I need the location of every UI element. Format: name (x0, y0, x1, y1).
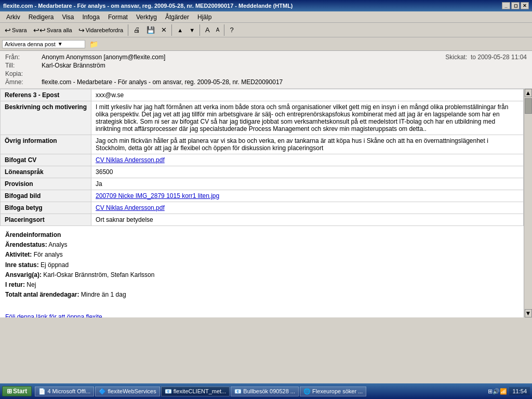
toolbar: ↩ Svara ↩↩ Svara alla ↪ Vidarebefordra 🖨… (0, 23, 532, 37)
separator-1 (128, 24, 129, 36)
restore-button[interactable]: ◻ (511, 2, 520, 9)
help-icon: ? (230, 26, 233, 34)
arende-section: Ärendeinformation Ärendestatus: Analys A… (0, 226, 524, 317)
subject-value: flexite.com - Medarbetare - För analys -… (42, 78, 527, 86)
arende-title: Ärendeinformation (5, 230, 518, 240)
email-body-scroll[interactable]: Referens 3 - Epostxxx@w.seBeskrivning oc… (0, 89, 524, 317)
arende-iretur-row: I retur: Nej (5, 280, 518, 290)
sent-label: Skickat: (445, 54, 467, 61)
field-label: Övrig information (1, 135, 91, 154)
delete-button[interactable]: ✕ (158, 24, 169, 35)
cc-row: Kopia: (5, 70, 527, 78)
arende-aktivitet-row: Aktivitet: För analys (5, 250, 518, 260)
svara-alla-icon: ↩↩ (33, 26, 46, 34)
dropdown-arrow-icon: ▼ (58, 41, 63, 47)
scroll-thumb[interactable] (525, 98, 532, 114)
folder-icon: 📁 (89, 40, 98, 48)
menu-bar: Arkiv Redigera Visa Infoga Format Verkty… (0, 11, 532, 23)
field-label: Placeringsort (1, 214, 91, 226)
field-value: Jag och min flickvän håller på att plane… (91, 135, 524, 154)
menu-atgärder[interactable]: Åtgärder (161, 12, 193, 22)
arende-inre-row: Inre status: Ej öppnad (5, 260, 518, 270)
window-title: flexite.com - Medarbetare - För analys -… (3, 3, 293, 9)
table-row: Bifogad bild200709 Nicke IMG_2879 1015 k… (1, 190, 524, 202)
field-label: Bifogat CV (1, 154, 91, 166)
field-label: Löneanspråk (1, 166, 91, 178)
field-label: Bifoga betyg (1, 202, 91, 214)
scroll-down-button[interactable]: ▼ (525, 309, 532, 317)
arende-totalt-row: Totalt antal ärendedagar: Mindre än 1 da… (5, 290, 518, 300)
help-button[interactable]: ? (227, 24, 236, 35)
table-row: PlaceringsortOrt saknar betydelse (1, 214, 524, 226)
table-row: Löneanspråk36500 (1, 166, 524, 178)
menu-arkiv[interactable]: Arkiv (2, 12, 24, 22)
table-row: Beskrivning och motiveringI mitt yrkesli… (1, 101, 524, 135)
email-header: Från: Anonym Anonymsson [anonym@flexite.… (0, 51, 532, 89)
scroll-up-button[interactable]: ▲ (525, 89, 532, 97)
menu-format[interactable]: Format (104, 12, 132, 22)
font-size-icon: A (205, 26, 210, 34)
sent-info: Skickat: to 2009-05-28 11:04 (445, 54, 527, 61)
close-button[interactable]: ✕ (521, 2, 529, 9)
email-body: Referens 3 - Epostxxx@w.seBeskrivning oc… (0, 89, 524, 317)
field-link[interactable]: CV Niklas Andersson.pdf (96, 156, 165, 164)
field-label: Referens 3 - Epost (1, 89, 91, 101)
sent-value: to 2009-05-28 11:04 (471, 54, 527, 61)
field-label: Provision (1, 178, 91, 190)
info-table: Referens 3 - Epostxxx@w.seBeskrivning oc… (0, 89, 524, 226)
field-link[interactable]: CV Niklas Andersson.pdf (96, 204, 165, 211)
table-row: Bifoga betygCV Niklas Andersson.pdf (1, 202, 524, 214)
table-row: Referens 3 - Epostxxx@w.se (1, 89, 524, 101)
save-icon: 💾 (147, 26, 155, 34)
font-size-button[interactable]: A (203, 24, 212, 35)
print-button[interactable]: 🖨 (131, 24, 143, 35)
menu-infoga[interactable]: Infoga (78, 12, 104, 22)
save-button[interactable]: 💾 (144, 24, 157, 35)
menu-redigera[interactable]: Redigera (24, 12, 58, 22)
scroll-track[interactable]: ▲ ▼ (524, 89, 532, 317)
separator-2 (171, 24, 172, 36)
subject-label: Ämne: (5, 78, 42, 86)
title-bar: flexite.com - Medarbetare - För analys -… (0, 0, 532, 11)
window-controls: _ ◻ ✕ (502, 2, 529, 9)
menu-hjälp[interactable]: Hjälp (193, 12, 216, 22)
down-icon: ▼ (189, 27, 195, 33)
table-row: Övrig informationJag och min flickvän hå… (1, 135, 524, 154)
move-down-button[interactable]: ▼ (187, 25, 197, 35)
separator-3 (200, 24, 201, 36)
move-up-button[interactable]: ▲ (175, 25, 185, 35)
email-body-container: Referens 3 - Epostxxx@w.seBeskrivning oc… (0, 89, 532, 317)
field-value: 36500 (91, 166, 524, 178)
table-row: ProvisionJa (1, 178, 524, 190)
vidarebefodra-icon: ↪ (78, 26, 85, 34)
from-value: Anonym Anonymsson [anonym@flexite.com] (42, 54, 445, 61)
arende-ansvarig-row: Ansvarig(a): Karl-Oskar Brännström, Stef… (5, 270, 518, 280)
minimize-button[interactable]: _ (502, 2, 510, 9)
arende-status-row: Ärendestatus: Analys (5, 240, 518, 250)
svara-button[interactable]: ↩ Svara (2, 24, 30, 36)
delete-icon: ✕ (161, 26, 167, 34)
subject-row: Ämne: flexite.com - Medarbetare - För an… (5, 78, 527, 86)
field-value: xxx@w.se (91, 89, 524, 101)
field-value: 200709 Nicke IMG_2879 1015 korr1 liten.j… (91, 190, 524, 202)
field-value: Ja (91, 178, 524, 190)
from-row: Från: Anonym Anonymsson [anonym@flexite.… (5, 53, 527, 61)
svara-alla-button[interactable]: ↩↩ Svara alla (31, 24, 75, 36)
vidarebefodra-button[interactable]: ↪ Vidarebefordra (76, 24, 126, 36)
follow-link[interactable]: Följ denna länk för att öppna flexite. (5, 312, 518, 318)
table-row: Bifogat CVCV Niklas Andersson.pdf (1, 154, 524, 166)
field-value: Ort saknar betydelse (91, 214, 524, 226)
field-value: CV Niklas Andersson.pdf (91, 202, 524, 214)
up-icon: ▲ (177, 27, 183, 33)
cc-label: Kopia: (5, 70, 42, 77)
from-label: Från: (5, 54, 42, 61)
menu-visa[interactable]: Visa (58, 12, 78, 22)
font-small-button[interactable]: A (214, 25, 222, 34)
field-link[interactable]: 200709 Nicke IMG_2879 1015 korr1 liten.j… (96, 192, 219, 200)
field-value: CV Niklas Andersson.pdf (91, 154, 524, 166)
archive-dropdown[interactable]: Arkivera denna post ▼ (2, 40, 85, 48)
menu-verktyg[interactable]: Verktyg (132, 12, 161, 22)
field-label: Beskrivning och motivering (1, 101, 91, 135)
font-small-icon: A (216, 27, 220, 33)
print-icon: 🖨 (134, 26, 140, 34)
